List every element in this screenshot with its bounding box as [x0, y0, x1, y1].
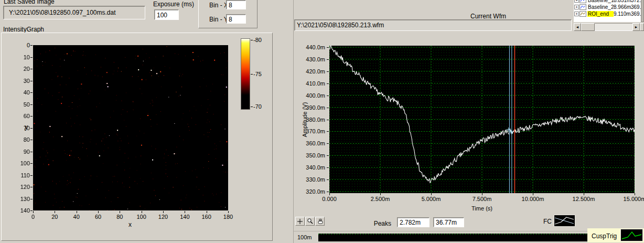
cursor-table-row[interactable]: +ROI_end9.110m369.7m: [574, 10, 641, 17]
scroll-track[interactable]: [595, 23, 632, 31]
ig-y-tick-mark: [30, 199, 33, 199]
cursor-name: Baseline_2: [587, 4, 614, 10]
scroll-thumb[interactable]: [581, 23, 595, 31]
ig-y-tick-mark: [30, 128, 33, 129]
cursor-name: Baseline_1: [587, 0, 614, 3]
wf-y-tick-mark: [327, 143, 329, 144]
current-wfm-path-field[interactable]: Y:\2021\05\08\192850.213.wfm: [294, 19, 572, 31]
wf-y-tick-label: 330.0m: [292, 176, 325, 183]
bin-y-label: Bin - Y: [209, 16, 228, 23]
ig-y-tick-mark: [30, 104, 33, 105]
intensity-x-axis-label: x: [128, 221, 132, 228]
wf-y-tick-label: 370.0m: [292, 128, 325, 134]
bin-x-input[interactable]: 8: [226, 0, 246, 9]
ig-x-tick-label: 120: [155, 214, 171, 220]
ig-y-tick-mark: [30, 187, 33, 187]
wf-y-tick-mark: [327, 120, 329, 120]
wf-x-tick-mark: [584, 193, 584, 195]
wf-x-tick-label: 0.000: [315, 196, 344, 202]
intensity-graph-plot[interactable]: [33, 45, 228, 210]
ig-y-tick-mark: [30, 175, 33, 176]
peaks-value-2-field[interactable]: 36.77m: [433, 217, 464, 227]
row-expand-icon[interactable]: +: [574, 5, 579, 9]
waveform-trace-svg: [329, 46, 635, 193]
peaks-value-2: 36.77m: [434, 218, 464, 226]
wf-x-tick-label: 15.000m: [620, 196, 644, 202]
scroll-left-button[interactable]: ◄: [574, 23, 581, 31]
ig-y-tick-label: 110: [2, 172, 30, 178]
ig-y-tick-mark: [30, 116, 33, 117]
last-saved-path-text: Y:\2021\05\08\192850.097_100ms.dat: [4, 6, 145, 16]
last-saved-path-field[interactable]: Y:\2021\05\08\192850.097_100ms.dat: [3, 6, 145, 19]
ig-x-tick-label: 80: [112, 214, 127, 220]
tool-zoom-button[interactable]: [305, 217, 315, 226]
intensity-colorbar[interactable]: [241, 38, 250, 110]
wf-x-tick-mark: [635, 193, 635, 195]
tool-pan-button[interactable]: [315, 217, 325, 226]
colorbar-tick-mark: [251, 107, 253, 107]
hand-icon: [317, 218, 324, 225]
ig-x-tick-mark: [142, 211, 142, 213]
ig-y-tick-label: 140: [2, 207, 30, 214]
wf-y-tick-mark: [327, 59, 329, 60]
scroll-right-button[interactable]: ►: [632, 23, 640, 31]
wf-y-tick-label: 350.0m: [292, 152, 325, 159]
ig-x-tick-mark: [55, 211, 55, 213]
peaks-label: Peaks: [361, 220, 391, 227]
tool-crosshair-button[interactable]: [295, 217, 305, 226]
peaks-value-1: 2.782m: [398, 218, 429, 226]
wf-x-tick-mark: [329, 193, 330, 195]
ig-y-tick-label: 80: [2, 136, 30, 143]
intensity-graph-panel: y x 010203040506070809010011012013014002…: [1, 33, 273, 241]
wf-y-tick-mark: [327, 47, 329, 48]
ig-y-tick-label: 130: [2, 196, 30, 202]
cursor-table-row[interactable]: +Baseline_28.966m369.7m: [574, 4, 641, 10]
labview-front-panel: Last Saved Image Y:\2021\05\08\192850.09…: [0, 0, 644, 243]
wf-x-tick-label: 2.500m: [366, 196, 395, 202]
exposure-input[interactable]: 100: [154, 9, 179, 20]
cusptrig-label: CuspTrig: [592, 233, 617, 240]
wf-x-tick-mark: [380, 193, 381, 195]
scroll-corner: [640, 23, 644, 31]
cursor-table-vscrollbar[interactable]: [641, 0, 644, 22]
row-expand-icon[interactable]: +: [574, 0, 579, 3]
ig-y-tick-label: 70: [2, 125, 30, 131]
bin-y-input[interactable]: 8: [226, 14, 246, 24]
cursor-table-hscrollbar[interactable]: ◄ ►: [574, 23, 644, 31]
ig-x-tick-label: 20: [47, 214, 62, 220]
colorbar-tick-mark: [251, 40, 253, 40]
ig-x-tick-label: 180: [220, 214, 236, 220]
bin-group: Bin - X 8 Bin - Y 8: [198, 0, 257, 28]
wf-x-tick-label: 5.000m: [416, 196, 446, 202]
wf-x-tick-label: 12.500m: [569, 196, 598, 202]
ig-y-tick-label: 10: [2, 54, 30, 60]
peaks-value-1-field[interactable]: 2.782m: [397, 217, 430, 227]
ig-x-tick-label: 140: [177, 214, 192, 220]
wf-y-tick-label: 430.0m: [292, 56, 325, 62]
cursor-x-value: 8.851m: [614, 0, 631, 3]
cursor-table-row[interactable]: +Baseline_18.851m372.5m: [574, 0, 641, 4]
ig-y-tick-label: 120: [2, 184, 30, 190]
current-wfm-label: Current Wfm: [470, 13, 506, 20]
ig-y-tick-mark: [30, 45, 33, 46]
ig-y-tick-mark: [30, 81, 33, 81]
wf-y-tick-label: 410.0m: [292, 80, 325, 87]
bin-x-label: Bin - X: [209, 2, 228, 9]
wf-y-tick-mark: [327, 167, 329, 168]
row-expand-icon[interactable]: +: [574, 12, 579, 16]
exposure-value: 100: [155, 10, 178, 19]
panel-divider: [273, 0, 294, 243]
ig-x-tick-label: 40: [69, 214, 84, 220]
cursor-x-value: 9.110m: [614, 11, 631, 17]
fc-indicator[interactable]: [554, 215, 575, 227]
cursor-table: +Baseline_18.851m372.5m+Baseline_28.966m…: [574, 0, 641, 22]
waveform-x-axis-label: Time (s): [471, 205, 492, 212]
ig-y-tick-mark: [30, 152, 33, 152]
crosshair-icon: [297, 218, 303, 225]
wf-y-tick-mark: [327, 108, 329, 108]
ig-y-tick-mark: [30, 69, 33, 69]
ig-y-tick-mark: [30, 210, 33, 211]
cusptrig-indicator[interactable]: [620, 229, 643, 241]
ig-x-tick-mark: [98, 211, 99, 213]
waveform-plot[interactable]: [329, 46, 635, 193]
